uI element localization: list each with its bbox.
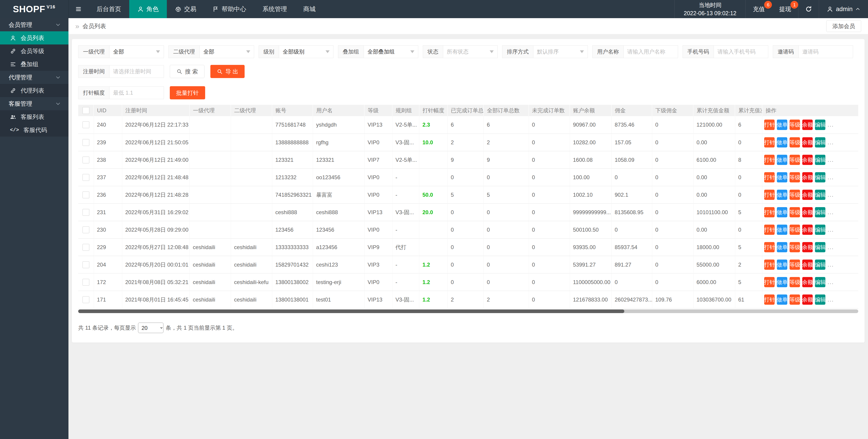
action-编辑-button[interactable]: 编辑: [815, 207, 826, 217]
action-余额-button[interactable]: 余额: [802, 277, 813, 287]
more-actions-button[interactable]: ...: [828, 296, 834, 303]
nav-item-交易[interactable]: 交易: [167, 0, 205, 18]
more-actions-button[interactable]: ...: [828, 261, 834, 268]
action-做单-button[interactable]: 做单: [777, 120, 787, 130]
action-做单-button[interactable]: 做单: [777, 225, 787, 235]
action-编辑-button[interactable]: 编辑: [815, 294, 826, 305]
row-checkbox[interactable]: [83, 261, 89, 268]
filter-select-叠加组[interactable]: 全部叠加组: [364, 46, 418, 58]
row-checkbox[interactable]: [83, 227, 89, 233]
action-余额-button[interactable]: 余额: [802, 137, 813, 147]
filter-select-状态[interactable]: 所有状态: [443, 46, 498, 58]
horizontal-scrollbar[interactable]: [78, 310, 858, 313]
action-打针-button[interactable]: 打针: [764, 225, 775, 235]
collapse-sidebar-button[interactable]: [68, 0, 88, 18]
action-等级-button[interactable]: 等级: [789, 155, 800, 165]
inject-rate-input[interactable]: [110, 86, 164, 99]
action-余额-button[interactable]: 余额: [802, 190, 813, 200]
action-余额-button[interactable]: 余额: [802, 242, 813, 252]
action-做单-button[interactable]: 做单: [777, 155, 787, 165]
filter-select-排序方式[interactable]: 默认排序: [533, 46, 588, 58]
action-打针-button[interactable]: 打针: [764, 137, 775, 147]
sidebar-group-客服管理[interactable]: 客服管理: [0, 97, 68, 110]
row-checkbox[interactable]: [83, 192, 89, 198]
scrollbar-thumb[interactable]: [78, 310, 624, 313]
filter-select-二级代理[interactable]: 全部: [200, 46, 254, 58]
nav-item-角色[interactable]: 角色: [129, 0, 167, 18]
select-all-checkbox[interactable]: [83, 107, 89, 114]
withdraw-button[interactable]: 提现 1: [772, 0, 798, 18]
action-打针-button[interactable]: 打针: [764, 190, 775, 200]
more-actions-button[interactable]: ...: [828, 139, 834, 146]
action-等级-button[interactable]: 等级: [789, 172, 800, 182]
add-member-button[interactable]: 添加会员: [826, 20, 861, 32]
row-checkbox[interactable]: [83, 139, 89, 146]
action-编辑-button[interactable]: 编辑: [815, 277, 826, 287]
action-打针-button[interactable]: 打针: [764, 277, 775, 287]
action-余额-button[interactable]: 余额: [802, 294, 813, 305]
sidebar-item-客服代码[interactable]: </>客服代码: [0, 123, 68, 137]
row-checkbox[interactable]: [83, 279, 89, 286]
sidebar-item-代理列表[interactable]: 代理列表: [0, 84, 68, 97]
action-打针-button[interactable]: 打针: [764, 172, 775, 182]
more-actions-button[interactable]: ...: [828, 244, 834, 251]
action-等级-button[interactable]: 等级: [789, 225, 800, 235]
action-打针-button[interactable]: 打针: [764, 294, 775, 305]
action-做单-button[interactable]: 做单: [777, 137, 787, 147]
recharge-button[interactable]: 充值 6: [746, 0, 772, 18]
action-做单-button[interactable]: 做单: [777, 277, 787, 287]
row-checkbox[interactable]: [83, 121, 89, 128]
filter-select-级别[interactable]: 全部级别: [279, 46, 334, 58]
action-打针-button[interactable]: 打针: [764, 120, 775, 130]
action-等级-button[interactable]: 等级: [789, 137, 800, 147]
row-checkbox[interactable]: [83, 174, 89, 181]
row-checkbox[interactable]: [83, 156, 89, 163]
filter-select-一级代理[interactable]: 全部: [110, 46, 164, 58]
sidebar-item-叠加组[interactable]: 叠加组: [0, 58, 68, 71]
page-size-select[interactable]: 20: [138, 323, 163, 333]
action-做单-button[interactable]: 做单: [777, 190, 787, 200]
action-等级-button[interactable]: 等级: [789, 120, 800, 130]
filter-input-用户名称[interactable]: [624, 46, 678, 58]
action-余额-button[interactable]: 余额: [802, 225, 813, 235]
action-编辑-button[interactable]: 编辑: [815, 190, 826, 200]
action-等级-button[interactable]: 等级: [789, 260, 800, 270]
row-checkbox[interactable]: [83, 209, 89, 216]
action-等级-button[interactable]: 等级: [789, 277, 800, 287]
more-actions-button[interactable]: ...: [828, 226, 834, 233]
row-checkbox[interactable]: [83, 296, 89, 303]
action-余额-button[interactable]: 余额: [802, 207, 813, 217]
refresh-button[interactable]: [798, 0, 819, 18]
action-编辑-button[interactable]: 编辑: [815, 242, 826, 252]
action-余额-button[interactable]: 余额: [802, 155, 813, 165]
action-编辑-button[interactable]: 编辑: [815, 260, 826, 270]
search-button[interactable]: 搜 索: [170, 65, 205, 78]
action-编辑-button[interactable]: 编辑: [815, 172, 826, 182]
action-编辑-button[interactable]: 编辑: [815, 120, 826, 130]
sidebar-item-客服列表[interactable]: 客服列表: [0, 110, 68, 123]
action-打针-button[interactable]: 打针: [764, 155, 775, 165]
sidebar-group-会员管理[interactable]: 会员管理: [0, 18, 68, 31]
action-余额-button[interactable]: 余额: [802, 260, 813, 270]
action-编辑-button[interactable]: 编辑: [815, 225, 826, 235]
nav-item-商城[interactable]: 商城: [295, 0, 324, 18]
export-button[interactable]: 导 出: [210, 65, 245, 78]
more-actions-button[interactable]: ...: [828, 279, 834, 285]
action-做单-button[interactable]: 做单: [777, 172, 787, 182]
action-打针-button[interactable]: 打针: [764, 207, 775, 217]
action-打针-button[interactable]: 打针: [764, 242, 775, 252]
user-menu[interactable]: admin: [819, 0, 868, 18]
nav-item-后台首页[interactable]: 后台首页: [88, 0, 129, 18]
action-做单-button[interactable]: 做单: [777, 207, 787, 217]
filter-input-邀请码[interactable]: [799, 46, 853, 58]
reg-time-input[interactable]: [110, 65, 164, 78]
sidebar-item-会员列表[interactable]: 会员列表: [0, 31, 68, 45]
action-等级-button[interactable]: 等级: [789, 294, 800, 305]
action-打针-button[interactable]: 打针: [764, 260, 775, 270]
sidebar-item-会员等级[interactable]: 会员等级: [0, 45, 68, 58]
action-等级-button[interactable]: 等级: [789, 190, 800, 200]
more-actions-button[interactable]: ...: [828, 156, 834, 163]
action-余额-button[interactable]: 余额: [802, 120, 813, 130]
nav-item-系统管理[interactable]: 系统管理: [254, 0, 295, 18]
filter-input-手机号码[interactable]: [714, 46, 768, 58]
